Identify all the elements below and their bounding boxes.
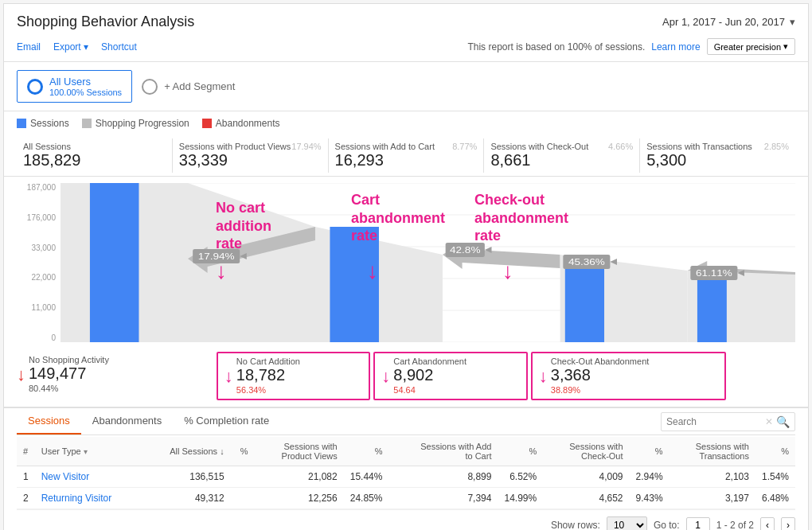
svg-rect-7 (90, 183, 139, 342)
next-page-button[interactable]: › (781, 517, 795, 530)
stat-pct-2: 8.77% (452, 142, 477, 151)
greater-precision-button[interactable]: Greater precision ▾ (707, 38, 795, 55)
stat-label-3: Sessions with Check-Out (490, 142, 588, 151)
dropdown-icon: ▾ (783, 41, 788, 52)
checkout-abandon-label: Check-Out Abandonment (551, 357, 650, 366)
row1-pct-4: 2.94% (630, 466, 670, 488)
row1-pct-2: 15.44% (344, 466, 389, 488)
abandon-no-shopping: ↓ No Shopping Activity 149,477 80.44% (17, 352, 217, 400)
row2-check-out: 4,652 (543, 488, 629, 509)
tab-abandonments[interactable]: Abandonments (81, 408, 173, 435)
add-segment-label: + Add Segment (164, 80, 235, 92)
stat-value-4: 5,300 (646, 151, 789, 170)
all-users-segment[interactable]: All Users 100.00% Sessions (17, 70, 132, 103)
stat-value-2: 16,293 (335, 151, 478, 170)
date-range: Apr 1, 2017 - Jun 20, 2017 ▾ (662, 16, 795, 28)
row2-all-sessions: 49,312 (143, 488, 231, 509)
cart-abandon-label: Cart Abandonment (393, 357, 467, 366)
row1-product-views: 21,082 (255, 466, 344, 488)
tab-completion-rate[interactable]: % Completion rate (173, 408, 280, 435)
legend-sessions: Sessions (17, 118, 69, 129)
clear-search-icon[interactable]: ✕ (765, 416, 773, 427)
email-button[interactable]: Email (17, 41, 41, 53)
segment-circle-icon (27, 79, 43, 95)
stat-value-3: 8,661 (490, 151, 633, 170)
svg-rect-17 (697, 275, 727, 342)
data-table: # User Type ▾ All Sessions ↓ % Sessions … (17, 437, 795, 509)
no-shopping-label: No Shopping Activity (29, 355, 109, 364)
stat-label-1: Sessions with Product Views (179, 142, 291, 151)
search-box: ✕ 🔍 (661, 412, 795, 431)
col-add-to-cart: Sessions with Addto Cart (388, 437, 498, 466)
row1-user-type[interactable]: New Visitor (35, 466, 143, 488)
row2-pct-5: 6.48% (755, 488, 795, 509)
col-all-sessions[interactable]: All Sessions ↓ (143, 437, 231, 466)
funnel-stats-row: All Sessions 185,829 Sessions with Produ… (4, 135, 808, 177)
stat-label-0: All Sessions (23, 142, 166, 151)
export-button[interactable]: Export ▾ (53, 41, 88, 53)
col-check-out: Sessions withCheck-Out (543, 437, 629, 466)
stat-value-0: 185,829 (23, 151, 166, 170)
abandonment-cards-row: ↓ No Shopping Activity 149,477 80.44% ↓ … (4, 349, 808, 407)
table-section: Sessions Abandonments % Completion rate … (4, 407, 808, 530)
stat-pct-4: 2.85% (764, 142, 789, 151)
stat-check-out: Sessions with Check-Out 4.66% 8,661 (484, 138, 640, 173)
abandonments-legend-icon (202, 119, 212, 128)
svg-rect-11 (330, 227, 379, 342)
date-dropdown-button[interactable]: ▾ (790, 16, 795, 28)
search-input[interactable] (666, 416, 762, 427)
learn-more-link[interactable]: Learn more (651, 41, 700, 53)
cart-abandon-pct: 54.64 (393, 385, 416, 395)
no-cart-label: No Cart Addition (236, 357, 300, 366)
row1-pct-1 (231, 466, 255, 488)
row2-pct-1 (231, 488, 255, 509)
stat-pct-3: 4.66% (608, 142, 633, 151)
stat-value-1: 33,339 (179, 151, 322, 170)
stat-all-sessions: All Sessions 185,829 (17, 138, 173, 173)
table-row: 1 New Visitor 136,515 21,082 15.44% 8,89… (17, 466, 795, 488)
row1-pct-5: 1.54% (755, 466, 795, 488)
col-pct-2: % (344, 437, 389, 466)
shortcut-button[interactable]: Shortcut (101, 41, 137, 53)
col-num: # (17, 437, 35, 466)
segment-bar: All Users 100.00% Sessions + Add Segment (4, 62, 808, 111)
table-tabs-row: Sessions Abandonments % Completion rate … (17, 408, 795, 435)
row2-product-views: 12,256 (255, 488, 344, 509)
stat-add-to-cart: Sessions with Add to Cart 8.77% 16,293 (329, 138, 485, 173)
segment-name: All Users (49, 76, 122, 88)
row2-user-type[interactable]: Returning Visitor (35, 488, 143, 509)
checkout-abandon-value: 3,368 (551, 366, 650, 384)
col-pct-4: % (630, 437, 670, 466)
row1-check-out: 4,009 (543, 466, 629, 488)
go-to-label: Go to: (654, 520, 680, 530)
search-icon[interactable]: 🔍 (776, 415, 790, 428)
row2-pct-3: 14.99% (498, 488, 543, 509)
no-shopping-value: 149,477 (29, 364, 109, 383)
page-input[interactable] (686, 517, 710, 530)
rows-per-page-select[interactable]: 10 25 50 100 (607, 516, 647, 530)
stat-product-views: Sessions with Product Views 17.94% 33,33… (173, 138, 329, 173)
report-info-text: This report is based on 100% of sessions… (467, 41, 645, 53)
col-pct-5: % (755, 437, 795, 466)
tab-sessions[interactable]: Sessions (17, 408, 81, 435)
abandon-checkout: ↓ Check-Out Abandonment 3,368 38.89% (531, 352, 727, 400)
svg-text:61.11%: 61.11% (696, 268, 732, 278)
row1-all-sessions: 136,515 (143, 466, 231, 488)
col-transactions: Sessions withTransactions (670, 437, 755, 466)
add-segment-button[interactable]: + Add Segment (142, 79, 235, 95)
row2-add-to-cart: 7,394 (388, 488, 498, 509)
no-cart-value: 18,782 (236, 366, 300, 384)
legend-abandonments: Abandonments (202, 118, 280, 129)
row2-pct-4: 9.43% (630, 488, 670, 509)
chart-legend: Sessions Shopping Progression Abandonmen… (4, 111, 808, 135)
stat-pct-1: 17.94% (291, 142, 321, 151)
pagination: Show rows: 10 25 50 100 Go to: 1 - 2 of … (17, 509, 795, 530)
row2-transactions: 3,197 (670, 488, 755, 509)
prev-page-button[interactable]: ‹ (760, 517, 775, 530)
stat-label-4: Sessions with Transactions (646, 142, 752, 151)
legend-shopping: Shopping Progression (82, 118, 189, 129)
user-type-filter-icon[interactable]: ▾ (84, 447, 88, 456)
sort-icon: ↓ (220, 446, 224, 456)
svg-text:42.8%: 42.8% (450, 245, 480, 255)
row1-add-to-cart: 8,899 (388, 466, 498, 488)
